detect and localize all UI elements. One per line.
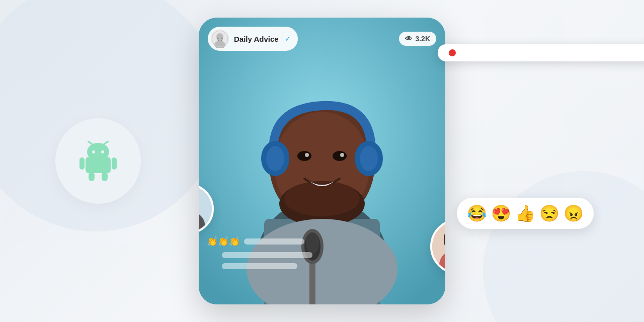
reaction-laugh[interactable]: 😂 [467, 204, 487, 223]
stream-header: Daily Advice ✓ 👁 3.2K [199, 18, 445, 51]
chat-overlay: 👏👏👏 [207, 236, 437, 274]
svg-point-20 [297, 151, 311, 161]
viewer-count-chip: 👁 3.2K [399, 32, 436, 46]
reaction-love[interactable]: 😍 [491, 204, 511, 223]
svg-point-34 [216, 33, 223, 40]
chat-bar-3 [222, 263, 297, 269]
channel-name: Daily Advice [234, 35, 279, 43]
chat-message-1: 👏👏👏 [207, 236, 437, 247]
live-badge [438, 44, 644, 61]
reaction-thumbsup[interactable]: 👍 [515, 204, 535, 223]
svg-point-25 [266, 146, 284, 171]
svg-point-23 [340, 153, 344, 157]
live-dot [449, 49, 456, 56]
phone-frame: Daily Advice ✓ 👁 3.2K 👏👏👏 [199, 18, 445, 304]
reaction-dislike[interactable]: 😒 [539, 204, 559, 223]
scene: Daily Advice ✓ 👁 3.2K 👏👏👏 [0, 0, 644, 322]
svg-point-38 [221, 38, 223, 39]
chat-bar-2 [222, 252, 312, 258]
video-area: Daily Advice ✓ 👁 3.2K 👏👏👏 [199, 18, 445, 304]
svg-point-22 [305, 153, 309, 157]
bg-circle-left [0, 0, 221, 231]
reaction-angry[interactable]: 😠 [564, 204, 584, 223]
chat-message-3 [207, 263, 437, 269]
viewer-number: 3.2K [415, 35, 430, 43]
svg-point-27 [360, 146, 378, 171]
svg-point-19 [284, 181, 360, 216]
eye-icon: 👁 [405, 35, 412, 43]
svg-point-37 [217, 38, 219, 39]
bg-circle-right [483, 171, 644, 322]
chat-bar-1 [244, 238, 304, 245]
verified-badge: ✓ [285, 35, 291, 43]
chat-emoji-1: 👏👏👏 [207, 236, 240, 247]
user-info-chip[interactable]: Daily Advice ✓ [208, 27, 298, 51]
emoji-reaction-bubble[interactable]: 😂 😍 👍 😒 😠 [457, 198, 594, 229]
svg-point-21 [333, 151, 347, 161]
chat-message-2 [207, 252, 437, 258]
channel-avatar [211, 30, 229, 48]
